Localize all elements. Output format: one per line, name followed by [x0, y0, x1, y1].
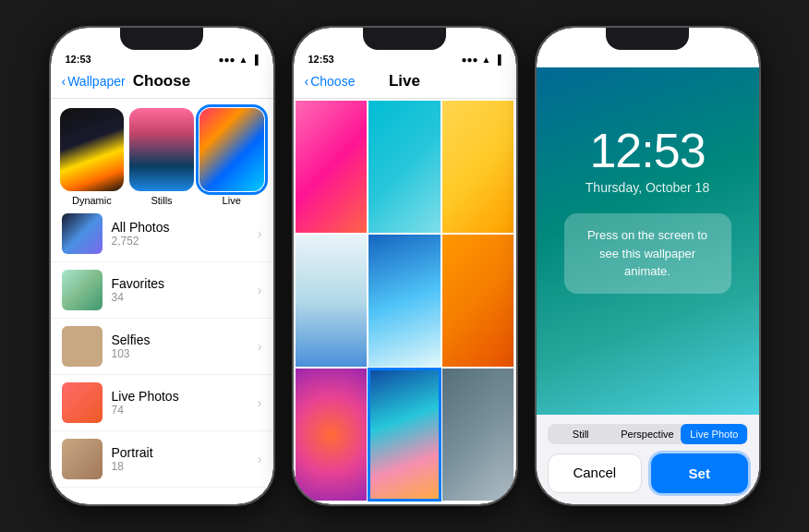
livephotos-chevron: › [258, 395, 262, 410]
back-button-1[interactable]: ‹ Wallpaper [62, 74, 126, 89]
livephotos-thumb [62, 382, 103, 423]
preview-bottom: Still Perspective Live Photo Cancel Set [537, 415, 759, 504]
back-button-2[interactable]: ‹ Choose [305, 74, 356, 89]
allphotos-count: 2,752 [112, 235, 248, 248]
list-item-favorites[interactable]: Favorites 34 › [51, 262, 273, 319]
list-item-selfies[interactable]: Selfies 103 › [51, 319, 273, 375]
list-item-portrait[interactable]: Portrait 18 › [51, 431, 273, 488]
nav-title-1: Choose [133, 72, 190, 91]
allphotos-thumb [62, 213, 103, 254]
allphotos-name: All Photos [112, 220, 248, 235]
live-label: Live [223, 195, 241, 206]
battery-icon: ▐ [251, 54, 258, 65]
portrait-thumb [62, 439, 103, 479]
wp-cell-6[interactable] [442, 235, 514, 367]
phone-1: 12:53 ●●● ▲ ▐ ‹ Wallpaper Choose Dynamic [49, 26, 275, 506]
time-2: 12:53 [308, 54, 334, 65]
status-bar-2: 12:53 ●●● ▲ ▐ [294, 28, 516, 68]
back-label-1: Wallpaper [67, 74, 126, 89]
favorites-info: Favorites 34 [112, 276, 248, 304]
livephotos-name: Live Photos [112, 389, 248, 404]
selfies-count: 103 [112, 347, 248, 360]
preview-date: Thursday, October 18 [555, 180, 741, 195]
wp-cell-7[interactable] [296, 369, 368, 501]
battery-icon-3: ▐ [737, 54, 743, 64]
signal-icon-3: ●●● [704, 54, 720, 64]
preview-options: Still Perspective Live Photo [548, 424, 748, 444]
status-icons-2: ●●● ▲ ▐ [461, 54, 501, 65]
stills-label: Stills [151, 195, 172, 206]
wifi-icon-3: ▲ [725, 54, 734, 64]
signal-icon-2: ●●● [461, 54, 477, 65]
preview-message-box: Press on the screen to see this wallpape… [564, 213, 731, 294]
back-label-2: Choose [310, 74, 355, 89]
nav-bar-2: ‹ Choose Live [294, 68, 516, 99]
wp-cell-1[interactable] [296, 101, 368, 233]
stills-thumb [129, 108, 194, 191]
preview-message-text: Press on the screen to see this wallpape… [579, 226, 717, 281]
portrait-info: Portrait 18 [112, 445, 248, 473]
favorites-thumb [62, 270, 103, 310]
selfies-chevron: › [258, 339, 262, 354]
list-item-allphotos[interactable]: All Photos 2,752 › [51, 206, 273, 262]
wifi-icon: ▲ [239, 54, 248, 65]
portrait-name: Portrait [112, 445, 248, 460]
selfies-name: Selfies [112, 332, 248, 347]
dynamic-thumb [60, 108, 125, 191]
allphotos-chevron: › [258, 226, 262, 241]
preview-clock: 12:53 [555, 123, 741, 178]
livephotos-info: Live Photos 74 [112, 389, 248, 417]
phone-3: Wallpaper Preview ●●● ▲ ▐ 12:53 Thursday… [535, 26, 761, 506]
status-icons-3: ●●● ▲ ▐ [704, 54, 743, 64]
portrait-chevron: › [258, 452, 262, 466]
favorites-name: Favorites [112, 276, 248, 291]
option-livephoto[interactable]: Live Photo [681, 424, 747, 444]
category-stills[interactable]: Stills [129, 108, 194, 206]
favorites-count: 34 [112, 291, 248, 304]
preview-background: 12:53 Thursday, October 18 Press on the … [537, 67, 759, 415]
wp-cell-4[interactable] [296, 235, 368, 367]
battery-icon-2: ▐ [494, 54, 501, 65]
wp-cell-5[interactable] [368, 235, 441, 367]
status-bar-1: 12:53 ●●● ▲ ▐ [51, 28, 273, 68]
wp-cell-3[interactable] [442, 101, 514, 233]
status-icons-1: ●●● ▲ ▐ [218, 54, 258, 65]
dynamic-label: Dynamic [72, 195, 112, 206]
phone-2: 12:53 ●●● ▲ ▐ ‹ Choose Live [292, 26, 518, 506]
option-perspective[interactable]: Perspective [614, 424, 681, 444]
favorites-chevron: › [258, 283, 262, 297]
chevron-left-icon-2: ‹ [305, 74, 309, 89]
wp-cell-8-selected[interactable] [368, 369, 441, 501]
chevron-left-icon: ‹ [62, 74, 66, 89]
preview-actions: Cancel Set [548, 453, 748, 493]
list-item-live[interactable]: Live Photos 74 › [51, 375, 273, 431]
cancel-button[interactable]: Cancel [548, 453, 643, 493]
option-still[interactable]: Still [548, 424, 614, 444]
allphotos-info: All Photos 2,752 [112, 220, 248, 248]
nav-title-2: Live [389, 72, 420, 91]
preview-time: 12:53 Thursday, October 18 [537, 67, 759, 195]
wallpaper-categories: Dynamic Stills Live [51, 99, 273, 206]
time-1: 12:53 [66, 54, 91, 65]
category-live[interactable]: Live [199, 108, 264, 206]
selfies-info: Selfies 103 [112, 332, 248, 360]
wifi-icon-2: ▲ [482, 54, 491, 65]
portrait-count: 18 [112, 460, 248, 473]
live-thumb [199, 108, 264, 191]
wp-cell-2[interactable] [368, 101, 441, 233]
category-dynamic[interactable]: Dynamic [60, 108, 125, 206]
selfies-thumb [62, 326, 103, 367]
wp-cell-9[interactable] [442, 369, 514, 501]
livephotos-count: 74 [112, 404, 248, 417]
status-bar-3: ●●● ▲ ▐ [537, 28, 759, 67]
signal-icon: ●●● [218, 54, 235, 65]
nav-bar-1: ‹ Wallpaper Choose [51, 68, 273, 99]
live-wallpaper-grid [294, 99, 516, 504]
photo-list: All Photos 2,752 › Favorites 34 › Selfie… [51, 206, 273, 488]
set-button[interactable]: Set [651, 453, 748, 493]
